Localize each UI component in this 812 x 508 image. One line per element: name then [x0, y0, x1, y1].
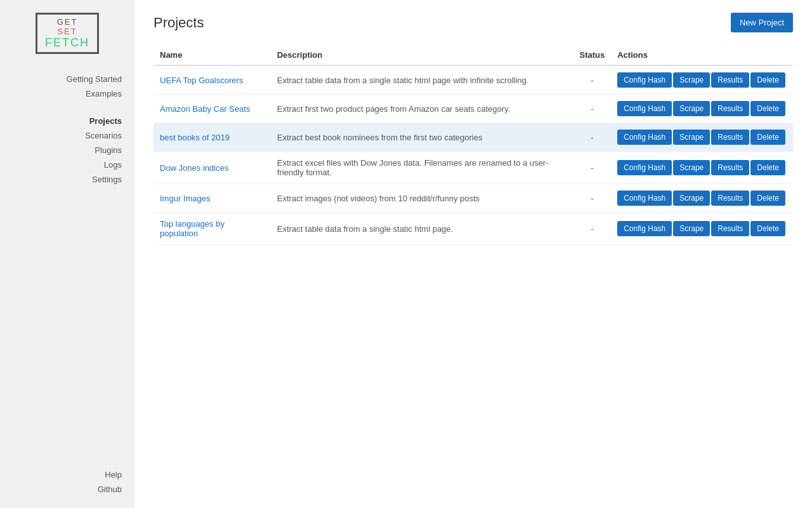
config-hash-button[interactable]: Config Hash	[617, 160, 672, 175]
delete-button[interactable]: Delete	[750, 130, 785, 145]
logo-line1: GET	[57, 17, 78, 27]
project-name-cell: Imgur Images	[154, 184, 271, 213]
project-name-cell: Amazon Baby Car Seats	[154, 95, 271, 123]
results-button[interactable]: Results	[711, 160, 749, 175]
project-name-link[interactable]: best books of 2019	[160, 133, 230, 142]
config-hash-button[interactable]: Config Hash	[617, 101, 672, 116]
logo: GET SET FETCH	[36, 13, 99, 54]
col-header-description: Description	[271, 45, 573, 65]
project-description-cell: Extract table data from a single static …	[271, 213, 573, 245]
project-name-cell: UEFA Top Goalscorers	[154, 65, 271, 95]
project-status-cell: -	[573, 95, 611, 123]
sidebar-item-plugins[interactable]: Plugins	[95, 144, 122, 156]
sidebar-item-projects[interactable]: Projects	[89, 115, 122, 127]
sidebar-item-scenarios[interactable]: Scenarios	[85, 130, 122, 142]
project-status-cell: -	[573, 152, 611, 184]
table-row: Top languages by populationExtract table…	[154, 213, 793, 245]
project-name-link[interactable]: Dow Jones indices	[160, 163, 228, 173]
delete-button[interactable]: Delete	[750, 101, 785, 116]
config-hash-button[interactable]: Config Hash	[617, 190, 672, 206]
project-actions-cell: Config HashScrapeResultsDelete	[611, 213, 793, 245]
main-header: Projects New Project	[154, 13, 793, 32]
project-status-cell: -	[573, 213, 611, 245]
project-status-cell: -	[573, 123, 611, 152]
scrape-button[interactable]: Scrape	[673, 160, 710, 175]
sidebar-item-logs[interactable]: Logs	[104, 159, 122, 171]
delete-button[interactable]: Delete	[750, 160, 785, 175]
scrape-button[interactable]: Scrape	[673, 101, 710, 116]
delete-button[interactable]: Delete	[750, 190, 785, 206]
logo-container: GET SET FETCH	[0, 6, 134, 67]
scrape-button[interactable]: Scrape	[673, 72, 710, 88]
project-description-cell: Extract best book nominees from the firs…	[271, 123, 573, 152]
sidebar-item-github[interactable]: Github	[98, 483, 122, 495]
project-actions-cell: Config HashScrapeResultsDelete	[611, 95, 793, 123]
project-description-cell: Extract table data from a single static …	[271, 65, 573, 95]
table-body: UEFA Top GoalscorersExtract table data f…	[154, 65, 793, 245]
logo-line2: SET	[57, 27, 77, 36]
project-name-link[interactable]: Amazon Baby Car Seats	[160, 104, 250, 114]
results-button[interactable]: Results	[711, 101, 749, 116]
config-hash-button[interactable]: Config Hash	[617, 72, 672, 88]
logo-line3: FETCH	[45, 36, 89, 50]
project-name-cell: Dow Jones indices	[154, 152, 271, 184]
table-row: Dow Jones indicesExtract excel files wit…	[154, 152, 793, 184]
scrape-button[interactable]: Scrape	[673, 190, 710, 206]
project-actions-cell: Config HashScrapeResultsDelete	[611, 152, 793, 184]
sidebar-item-getting-started[interactable]: Getting Started	[67, 73, 122, 85]
col-header-name: Name	[154, 45, 271, 65]
sidebar-item-examples[interactable]: Examples	[86, 88, 122, 100]
table-row: best books of 2019Extract best book nomi…	[154, 123, 793, 152]
config-hash-button[interactable]: Config Hash	[617, 221, 672, 236]
new-project-button[interactable]: New Project	[731, 13, 793, 32]
results-button[interactable]: Results	[711, 190, 749, 206]
delete-button[interactable]: Delete	[750, 221, 785, 236]
table-row: UEFA Top GoalscorersExtract table data f…	[154, 65, 793, 95]
sidebar-nav: Getting Started Examples Projects Scenar…	[0, 73, 134, 185]
scrape-button[interactable]: Scrape	[673, 130, 710, 145]
results-button[interactable]: Results	[711, 72, 749, 88]
project-name-link[interactable]: UEFA Top Goalscorers	[160, 76, 243, 85]
project-name-link[interactable]: Top languages by population	[160, 219, 225, 238]
project-description-cell: Extract excel files with Dow Jones data.…	[271, 152, 573, 184]
scrape-button[interactable]: Scrape	[673, 221, 710, 236]
sidebar-item-settings[interactable]: Settings	[92, 173, 122, 185]
project-description-cell: Extract first two product pages from Ama…	[271, 95, 573, 123]
project-description-cell: Extract images (not videos) from 10 redd…	[271, 184, 573, 213]
col-header-status: Status	[573, 45, 611, 65]
project-name-link[interactable]: Imgur Images	[160, 194, 210, 203]
table-header-row: Name Description Status Actions	[154, 45, 793, 65]
sidebar-item-help[interactable]: Help	[105, 469, 122, 481]
table-header: Name Description Status Actions	[154, 45, 793, 65]
project-status-cell: -	[573, 184, 611, 213]
table-row: Imgur ImagesExtract images (not videos) …	[154, 184, 793, 213]
project-actions-cell: Config HashScrapeResultsDelete	[611, 123, 793, 152]
results-button[interactable]: Results	[711, 130, 749, 145]
projects-table: Name Description Status Actions UEFA Top…	[154, 45, 793, 245]
sidebar-bottom: Help Github	[98, 469, 134, 508]
sidebar: GET SET FETCH Getting Started Examples P…	[0, 0, 134, 508]
config-hash-button[interactable]: Config Hash	[617, 130, 672, 145]
project-status-cell: -	[573, 65, 611, 95]
project-actions-cell: Config HashScrapeResultsDelete	[611, 65, 793, 95]
table-row: Amazon Baby Car SeatsExtract first two p…	[154, 95, 793, 123]
project-name-cell: Top languages by population	[154, 213, 271, 245]
project-name-cell: best books of 2019	[154, 123, 271, 152]
project-actions-cell: Config HashScrapeResultsDelete	[611, 184, 793, 213]
col-header-actions: Actions	[611, 45, 793, 65]
delete-button[interactable]: Delete	[750, 72, 785, 88]
page-title: Projects	[154, 15, 204, 31]
results-button[interactable]: Results	[711, 221, 749, 236]
main-content: Projects New Project Name Description St…	[134, 0, 812, 508]
